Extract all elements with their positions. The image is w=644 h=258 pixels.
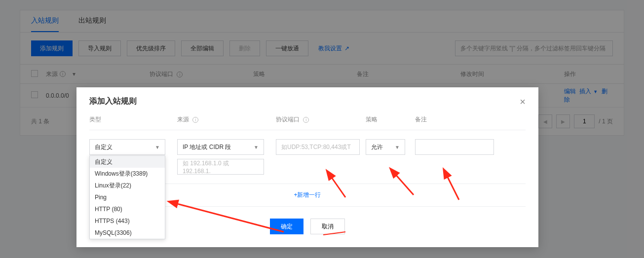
modal-title: 添加入站规则 bbox=[89, 96, 137, 107]
type-option-custom[interactable]: 自定义 bbox=[90, 156, 165, 168]
type-select[interactable]: 自定义 ▼ bbox=[89, 139, 165, 155]
close-icon[interactable]: × bbox=[520, 97, 526, 107]
header-policy: 策略 bbox=[366, 115, 415, 124]
chevron-down-icon: ▼ bbox=[395, 145, 400, 150]
type-option-linux[interactable]: Linux登录(22) bbox=[90, 180, 165, 191]
type-dropdown: 自定义 Windows登录(3389) Linux登录(22) Ping HTT… bbox=[89, 155, 165, 239]
form-header: 类型 来源 i 协议端口 i 策略 备注 bbox=[89, 113, 526, 130]
protocol-port-input[interactable]: 如UDP:53,TCP:80,443或T bbox=[276, 139, 360, 155]
chevron-down-icon: ▼ bbox=[155, 145, 160, 150]
type-select-value: 自定义 bbox=[95, 143, 113, 151]
remark-input[interactable] bbox=[415, 139, 494, 155]
header-type: 类型 bbox=[89, 115, 177, 124]
source-mode-select[interactable]: IP 地址或 CIDR 段 ▼ bbox=[177, 139, 264, 155]
rule-form-row: 自定义 ▼ 自定义 Windows登录(3389) Linux登录(22) Pi… bbox=[89, 130, 526, 184]
header-source: 来源 bbox=[177, 116, 189, 123]
type-option-http[interactable]: HTTP (80) bbox=[90, 203, 165, 215]
add-inbound-rule-modal: 添加入站规则 × 类型 来源 i 协议端口 i 策略 备注 自定义 ▼ bbox=[76, 87, 538, 247]
info-icon[interactable]: i bbox=[303, 117, 309, 123]
info-icon[interactable]: i bbox=[192, 117, 198, 123]
header-remark: 备注 bbox=[415, 115, 526, 124]
source-input[interactable]: 如 192.168.1.0 或 192.168.1. bbox=[177, 159, 264, 175]
type-option-https[interactable]: HTTPS (443) bbox=[90, 215, 165, 227]
protocol-port-placeholder: 如UDP:53,TCP:80,443或T bbox=[281, 143, 351, 151]
type-option-ping[interactable]: Ping bbox=[90, 191, 165, 203]
policy-select[interactable]: 允许 ▼ bbox=[366, 139, 405, 155]
type-option-windows[interactable]: Windows登录(3389) bbox=[90, 168, 165, 180]
type-option-mysql[interactable]: MySQL(3306) bbox=[90, 227, 165, 239]
confirm-button[interactable]: 确定 bbox=[270, 219, 303, 234]
cancel-button[interactable]: 取消 bbox=[310, 219, 345, 234]
policy-select-value: 允许 bbox=[371, 143, 383, 151]
source-mode-value: IP 地址或 CIDR 段 bbox=[183, 143, 231, 151]
chevron-down-icon: ▼ bbox=[254, 145, 259, 150]
source-placeholder: 如 192.168.1.0 或 192.168.1. bbox=[183, 159, 259, 175]
header-proto: 协议端口 bbox=[276, 116, 300, 123]
